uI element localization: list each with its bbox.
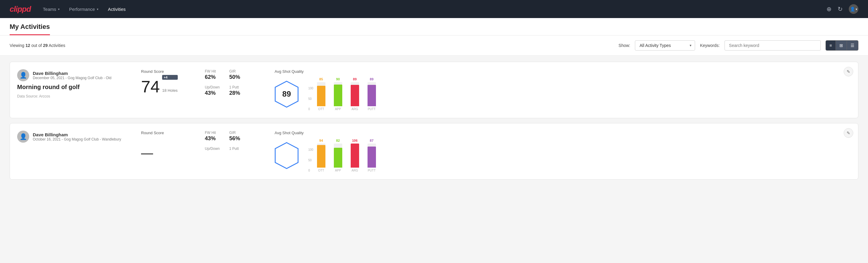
shot-quality-content: 100500 94 OTT 82 APP 106 (275, 139, 431, 172)
user-info: Dave Billingham December 05, 2021 - Gog … (33, 71, 111, 80)
bar-container-putt (368, 82, 376, 106)
list-detail-view-button[interactable]: ☰ (847, 40, 858, 50)
stats-columns: FW Hit 62% Up/Down 43% GIR 50% 1 Putt 28… (205, 69, 265, 101)
stat-item: GIR 50% (229, 69, 240, 80)
viewing-total: 29 (43, 43, 48, 48)
stats-col-right: GIR 56% 1 Putt (229, 130, 240, 155)
bar-label-putt: PUTT (368, 169, 376, 172)
bar-group-app: 90 APP (334, 77, 342, 111)
main-content: 👤 Dave Billingham December 05, 2021 - Go… (0, 56, 868, 191)
stat-item: 1 Putt 28% (229, 85, 240, 96)
hex-value: 89 (282, 89, 291, 99)
logo[interactable]: clippd (10, 4, 31, 14)
search-input[interactable] (724, 40, 821, 51)
shot-quality-section: Avg Shot Quality 89 100500 85 OTT (275, 69, 431, 111)
bar-group-ott: 94 OTT (317, 139, 326, 172)
stat-value: 56% (229, 136, 240, 142)
round-score-label: Round Score (141, 69, 195, 74)
filters-bar: Viewing 12 out of 29 Activities Show: Al… (0, 35, 868, 56)
avatar-icon: 👤 (20, 133, 27, 140)
bar-value-ott: 85 (319, 77, 323, 81)
bar-group-putt: 89 PUTT (368, 77, 376, 111)
stat-item: Up/Down 43% (205, 85, 220, 96)
score-value: 74 (141, 78, 160, 95)
user-row: 👤 Dave Billingham October 16, 2021 - Gog… (17, 130, 131, 143)
bar-container-ott (317, 82, 326, 106)
stat-item: FW Hit 43% (205, 130, 220, 142)
user-name: Dave Billingham (33, 132, 121, 137)
stat-item: Up/Down (205, 147, 220, 151)
stat-item: GIR 56% (229, 130, 240, 142)
bar-fill-putt (368, 147, 376, 168)
bar-container-app (334, 144, 342, 168)
activity-type-dropdown[interactable]: All Activity Types (635, 40, 695, 51)
score-badge: +4 (162, 75, 178, 80)
svg-marker-1 (275, 143, 298, 169)
shot-quality-content: 89 100500 85 OTT 90 (275, 77, 431, 111)
bar-value-app: 82 (336, 139, 340, 142)
stat-name: 1 Putt (229, 85, 240, 89)
y-label: 50 (308, 158, 313, 162)
grid-view-button[interactable]: ⊞ (836, 40, 847, 50)
bar-label-ott: OTT (318, 108, 324, 111)
user-avatar-button[interactable]: 👤 ▾ (849, 4, 858, 14)
bar-label-ott: OTT (318, 169, 324, 172)
bar-label-arg: ARG (351, 108, 358, 111)
card-left: 👤 Dave Billingham December 05, 2021 - Go… (17, 69, 131, 98)
edit-button[interactable]: ✎ (844, 67, 853, 77)
bar-value-arg: 89 (353, 77, 357, 81)
header-right: ⊕ ↻ 👤 ▾ (827, 4, 858, 14)
edit-button[interactable]: ✎ (844, 128, 853, 138)
bar-container-putt (368, 144, 376, 168)
stat-name: Up/Down (205, 85, 220, 89)
keywords-label: Keywords: (700, 43, 719, 48)
data-source: Data Source: Arccos (17, 94, 131, 98)
nav-performance[interactable]: Performance ▾ (69, 7, 98, 12)
chart-bars: 85 OTT 90 APP 89 ARG 89 (317, 77, 376, 111)
avatar: 👤 (17, 69, 29, 81)
user-row: 👤 Dave Billingham December 05, 2021 - Go… (17, 69, 131, 81)
y-label: 50 (308, 97, 313, 100)
nav-teams[interactable]: Teams ▾ (43, 7, 60, 12)
avatar: 👤 (17, 130, 29, 143)
activity-card-1: 👤 Dave Billingham December 05, 2021 - Go… (10, 62, 858, 118)
card-left: 👤 Dave Billingham October 16, 2021 - Gog… (17, 130, 131, 153)
main-header: clippd Teams ▾ Performance ▾ Activities … (0, 0, 868, 18)
bar-container-arg (351, 144, 359, 168)
chart-y-labels: 100500 (308, 87, 313, 111)
y-label: 100 (308, 148, 313, 151)
bar-chart: 100500 85 OTT 90 APP 89 (308, 77, 376, 111)
bar-label-app: APP (335, 169, 341, 172)
shot-quality-label: Avg Shot Quality (275, 130, 431, 135)
show-label: Show: (619, 43, 630, 48)
bar-label-arg: ARG (351, 169, 358, 172)
hexagon: 89 (275, 81, 299, 108)
bar-container-arg (351, 82, 359, 106)
bar-fill-arg (351, 85, 359, 106)
nav-activities[interactable]: Activities (108, 7, 126, 12)
view-mode-buttons: ≡ ⊞ ☰ (826, 40, 858, 51)
stat-name: FW Hit (205, 130, 220, 135)
round-score-section: Round Score 74 +4 18 Holes (141, 69, 195, 95)
activity-card-2: 👤 Dave Billingham October 16, 2021 - Gog… (10, 123, 858, 180)
stat-value: 62% (205, 74, 220, 80)
bar-group-putt: 87 PUTT (368, 139, 376, 172)
bar-value-ott: 94 (319, 139, 323, 142)
user-name: Dave Billingham (33, 71, 111, 76)
activity-type-select[interactable]: All Activity Types (635, 40, 695, 51)
chevron-down-icon: ▾ (97, 7, 98, 11)
refresh-icon[interactable]: ↻ (838, 5, 843, 12)
stat-name: Up/Down (205, 147, 220, 151)
header-left: clippd Teams ▾ Performance ▾ Activities (10, 4, 126, 14)
stats-columns: FW Hit 43% Up/Down GIR 56% 1 Putt (205, 130, 265, 155)
chart-bars: 94 OTT 82 APP 106 ARG 8 (317, 139, 376, 172)
bar-value-arg: 106 (352, 139, 358, 142)
holes-label: 18 Holes (162, 88, 178, 93)
shot-quality-section: Avg Shot Quality 100500 94 OTT (275, 130, 431, 172)
bar-container-app (334, 82, 342, 106)
add-circle-icon[interactable]: ⊕ (827, 5, 832, 12)
main-nav: Teams ▾ Performance ▾ Activities (43, 7, 126, 12)
activity-title: Morning round of golf (17, 84, 131, 91)
list-compact-view-button[interactable]: ≡ (826, 40, 836, 50)
stat-name: GIR (229, 69, 240, 74)
